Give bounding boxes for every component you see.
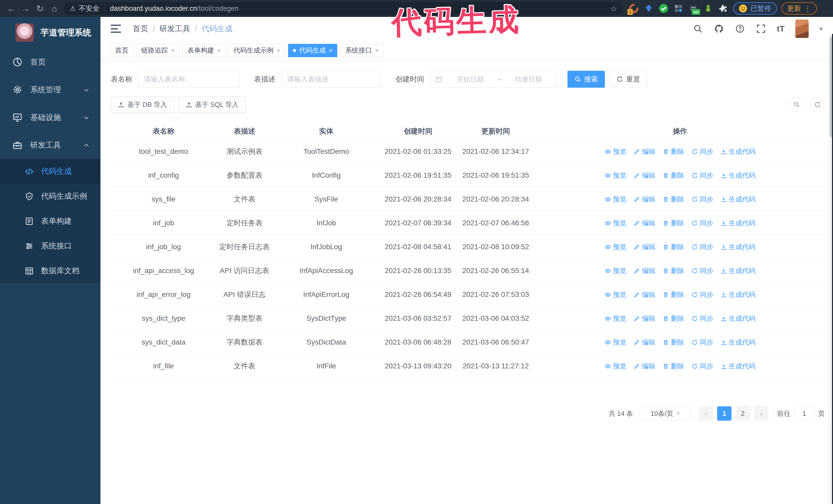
breadcrumb-home[interactable]: 首页 xyxy=(133,24,148,34)
fullscreen-icon[interactable] xyxy=(756,24,766,34)
preview-link[interactable]: 预览 xyxy=(604,290,626,299)
table-name-input[interactable] xyxy=(138,71,240,88)
user-avatar[interactable] xyxy=(795,20,809,38)
extension-icon[interactable] xyxy=(643,3,654,14)
delete-link[interactable]: 删除 xyxy=(663,195,684,204)
edit-link[interactable]: 编辑 xyxy=(634,171,656,180)
sync-link[interactable]: 同步 xyxy=(691,195,713,204)
date-range-picker[interactable]: 开始日期 - 结束日期 xyxy=(430,71,557,88)
start-date-placeholder[interactable]: 开始日期 xyxy=(447,75,494,84)
not-secure-label[interactable]: 不安全 xyxy=(79,4,99,13)
toggle-search-icon[interactable] xyxy=(789,97,804,112)
generate-code-link[interactable]: 生成代码 xyxy=(720,242,756,251)
tab-home[interactable]: 首页 xyxy=(110,44,133,57)
preview-link[interactable]: 预览 xyxy=(604,147,626,156)
edit-link[interactable]: 编辑 xyxy=(634,290,656,299)
prev-page-button[interactable]: ‹ xyxy=(699,406,713,421)
preview-link[interactable]: 预览 xyxy=(604,362,626,371)
back-icon[interactable]: ← xyxy=(4,4,19,14)
puzzle-extensions-icon[interactable] xyxy=(718,3,729,14)
edit-link[interactable]: 编辑 xyxy=(634,195,656,204)
edit-link[interactable]: 编辑 xyxy=(634,338,656,347)
page-size-select[interactable]: 10条/页 ▾ xyxy=(640,406,690,421)
generate-code-link[interactable]: 生成代码 xyxy=(720,171,756,180)
sidebar-item-codegen-example[interactable]: 代码生成示例 xyxy=(0,184,100,209)
generate-code-link[interactable]: 生成代码 xyxy=(720,338,756,347)
profile-paused-pill[interactable]: 已暂停 xyxy=(733,2,777,15)
sidebar-item-db-doc[interactable]: 数据库文档 xyxy=(0,258,100,283)
sync-link[interactable]: 同步 xyxy=(691,338,713,347)
close-icon[interactable]: × xyxy=(171,47,174,54)
preview-link[interactable]: 预览 xyxy=(604,266,626,275)
sidebar-item-system[interactable]: 系统管理 xyxy=(0,76,100,103)
sync-link[interactable]: 同步 xyxy=(691,314,713,323)
delete-link[interactable]: 删除 xyxy=(663,338,684,347)
extension-icon[interactable]: 1 xyxy=(628,3,639,14)
sync-link[interactable]: 同步 xyxy=(691,362,713,371)
edit-link[interactable]: 编辑 xyxy=(634,314,656,323)
extension-icon[interactable] xyxy=(658,3,669,14)
generate-code-link[interactable]: 生成代码 xyxy=(720,147,756,156)
edit-link[interactable]: 编辑 xyxy=(634,362,656,371)
edit-link[interactable]: 编辑 xyxy=(634,266,656,275)
close-icon[interactable]: × xyxy=(375,47,379,54)
edit-link[interactable]: 编辑 xyxy=(634,147,656,156)
preview-link[interactable]: 预览 xyxy=(604,338,626,347)
import-sql-button[interactable]: 基于 SQL 导入 xyxy=(178,96,246,113)
tab-codegen[interactable]: 代码生成 × xyxy=(288,44,337,57)
table-desc-input[interactable] xyxy=(282,71,381,88)
delete-link[interactable]: 删除 xyxy=(663,290,684,299)
end-date-placeholder[interactable]: 结束日期 xyxy=(505,75,552,84)
sidebar-item-infra[interactable]: 基础设施 xyxy=(0,103,100,131)
close-icon[interactable]: × xyxy=(217,47,221,54)
generate-code-link[interactable]: 生成代码 xyxy=(720,195,756,204)
search-icon[interactable] xyxy=(693,24,703,34)
help-icon[interactable] xyxy=(735,24,745,34)
generate-code-link[interactable]: 生成代码 xyxy=(720,314,756,323)
delete-link[interactable]: 删除 xyxy=(663,171,684,180)
home-icon[interactable]: ⌂ xyxy=(47,4,62,14)
tab-system-api[interactable]: 系统接口 × xyxy=(340,44,383,57)
sync-link[interactable]: 同步 xyxy=(691,219,713,227)
font-size-icon[interactable]: tT xyxy=(777,24,785,33)
delete-link[interactable]: 删除 xyxy=(663,266,684,275)
browser-update-pill[interactable]: 更新 ⋮ xyxy=(782,2,817,15)
preview-link[interactable]: 预览 xyxy=(604,171,626,180)
page-button-1[interactable]: 1 xyxy=(717,406,732,421)
import-db-button[interactable]: 基于 DB 导入 xyxy=(111,96,174,113)
forward-icon[interactable]: → xyxy=(19,4,33,14)
sync-link[interactable]: 同步 xyxy=(691,171,713,180)
delete-link[interactable]: 删除 xyxy=(663,314,684,323)
edit-link[interactable]: 编辑 xyxy=(634,219,656,227)
delete-link[interactable]: 删除 xyxy=(663,147,684,156)
app-logo[interactable]: 芋道管理系统 xyxy=(0,17,100,48)
generate-code-link[interactable]: 生成代码 xyxy=(720,290,756,299)
reset-button[interactable]: 重置 xyxy=(610,71,647,88)
reload-icon[interactable]: ↻ xyxy=(33,3,47,14)
extension-icon[interactable]: on xyxy=(688,3,699,14)
sidebar-item-codegen[interactable]: 代码生成 xyxy=(0,159,100,184)
refresh-icon[interactable] xyxy=(810,97,825,112)
generate-code-link[interactable]: 生成代码 xyxy=(720,266,756,275)
edit-link[interactable]: 编辑 xyxy=(634,242,656,251)
sync-link[interactable]: 同步 xyxy=(691,290,713,299)
sidebar-toggle-icon[interactable] xyxy=(111,25,121,33)
preview-link[interactable]: 预览 xyxy=(604,195,626,204)
sync-link[interactable]: 同步 xyxy=(691,266,713,275)
extension-icon[interactable] xyxy=(703,3,714,14)
next-page-button[interactable]: › xyxy=(754,406,768,421)
user-menu-caret-icon[interactable]: ▾ xyxy=(819,25,823,33)
page-button-2[interactable]: 2 xyxy=(736,406,750,421)
sidebar-item-form-builder[interactable]: 表单构建 xyxy=(0,209,100,234)
sync-link[interactable]: 同步 xyxy=(691,147,713,156)
close-icon[interactable]: × xyxy=(329,47,332,54)
goto-page-input[interactable] xyxy=(794,406,814,421)
sidebar-item-system-api[interactable]: 系统接口 xyxy=(0,234,100,258)
bookmark-star-icon[interactable]: ☆ xyxy=(610,4,617,13)
preview-link[interactable]: 预览 xyxy=(604,219,626,227)
sidebar-item-home[interactable]: 首页 xyxy=(0,48,100,76)
breadcrumb-devtools[interactable]: 研发工具 xyxy=(160,24,190,34)
address-bar[interactable]: ⚠ 不安全 dashboard.yudao.iocoder.cn /tool/c… xyxy=(64,2,623,15)
tab-trace[interactable]: 链路追踪 × xyxy=(136,44,180,57)
extension-icon[interactable] xyxy=(673,3,684,14)
